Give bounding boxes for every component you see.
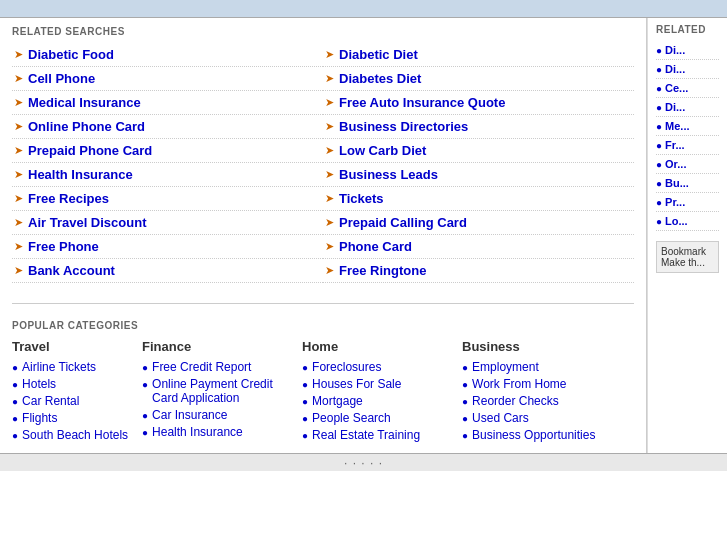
list-item: ●Employment: [462, 360, 622, 374]
search-link[interactable]: Health Insurance: [28, 167, 133, 182]
search-link[interactable]: Air Travel Discount: [28, 215, 146, 230]
right-column: ➤Diabetic Diet➤Diabetes Diet➤Free Auto I…: [323, 43, 634, 283]
bullet-icon: ●: [12, 430, 18, 441]
search-link[interactable]: Phone Card: [339, 239, 412, 254]
bullet-icon: ●: [142, 379, 148, 390]
search-link[interactable]: Business Directories: [339, 119, 468, 134]
sidebar-link[interactable]: Di...: [665, 63, 685, 75]
category-column: Finance●Free Credit Report●Online Paymen…: [142, 339, 302, 445]
category-link[interactable]: People Search: [312, 411, 391, 425]
category-link[interactable]: Online Payment Credit Card Application: [152, 377, 302, 405]
search-link[interactable]: Diabetic Food: [28, 47, 114, 62]
search-link[interactable]: Bank Account: [28, 263, 115, 278]
category-link[interactable]: Flights: [22, 411, 57, 425]
sidebar-link[interactable]: Ce...: [665, 82, 688, 94]
categories-grid: Travel●Airline Tickets●Hotels●Car Rental…: [12, 339, 634, 445]
search-link[interactable]: Free Recipes: [28, 191, 109, 206]
sidebar-dot: ●: [656, 45, 662, 56]
sidebar-link[interactable]: Or...: [665, 158, 686, 170]
bookmark-box[interactable]: Bookmark Make th...: [656, 241, 719, 273]
category-heading: Business: [462, 339, 622, 354]
category-link[interactable]: Mortgage: [312, 394, 363, 408]
sidebar-search-item: ●Bu...: [656, 174, 719, 193]
sidebar-search-item: ●Di...: [656, 41, 719, 60]
search-link[interactable]: Low Carb Diet: [339, 143, 426, 158]
search-item: ➤Diabetic Food: [12, 43, 323, 67]
category-heading: Travel: [12, 339, 142, 354]
category-link[interactable]: Reorder Checks: [472, 394, 559, 408]
search-item: ➤Bank Account: [12, 259, 323, 283]
sidebar-link[interactable]: Me...: [665, 120, 689, 132]
category-link[interactable]: Hotels: [22, 377, 56, 391]
list-item: ●Mortgage: [302, 394, 462, 408]
search-link[interactable]: Medical Insurance: [28, 95, 141, 110]
category-link[interactable]: South Beach Hotels: [22, 428, 128, 442]
search-link[interactable]: Free Auto Insurance Quote: [339, 95, 505, 110]
search-item: ➤Free Recipes: [12, 187, 323, 211]
arrow-icon: ➤: [14, 96, 23, 109]
category-column: Travel●Airline Tickets●Hotels●Car Rental…: [12, 339, 142, 445]
search-item: ➤Free Ringtone: [323, 259, 634, 283]
bullet-icon: ●: [462, 430, 468, 441]
sidebar-link[interactable]: Pr...: [665, 196, 685, 208]
bullet-icon: ●: [462, 396, 468, 407]
sidebar-link[interactable]: Di...: [665, 44, 685, 56]
category-link[interactable]: Business Opportunities: [472, 428, 595, 442]
category-column: Home●Foreclosures●Houses For Sale●Mortga…: [302, 339, 462, 445]
search-link[interactable]: Prepaid Calling Card: [339, 215, 467, 230]
search-link[interactable]: Diabetic Diet: [339, 47, 418, 62]
search-link[interactable]: Free Phone: [28, 239, 99, 254]
center-content: RELATED SEARCHES ➤Diabetic Food➤Cell Pho…: [0, 18, 647, 453]
category-link[interactable]: Employment: [472, 360, 539, 374]
arrow-icon: ➤: [14, 48, 23, 61]
bullet-icon: ●: [12, 362, 18, 373]
category-link[interactable]: Foreclosures: [312, 360, 381, 374]
sidebar-search-item: ●Lo...: [656, 212, 719, 231]
section-divider: [12, 303, 634, 304]
sidebar-link[interactable]: Lo...: [665, 215, 688, 227]
search-link[interactable]: Online Phone Card: [28, 119, 145, 134]
left-column: ➤Diabetic Food➤Cell Phone➤Medical Insura…: [12, 43, 323, 283]
bullet-icon: ●: [12, 396, 18, 407]
bullet-icon: ●: [302, 379, 308, 390]
search-item: ➤Medical Insurance: [12, 91, 323, 115]
sidebar-link[interactable]: Fr...: [665, 139, 685, 151]
top-bar: [0, 0, 727, 18]
list-item: ●Hotels: [12, 377, 142, 391]
sidebar-dot: ●: [656, 102, 662, 113]
search-link[interactable]: Prepaid Phone Card: [28, 143, 152, 158]
search-link[interactable]: Business Leads: [339, 167, 438, 182]
arrow-icon: ➤: [14, 168, 23, 181]
category-link[interactable]: Work From Home: [472, 377, 566, 391]
category-link[interactable]: Car Insurance: [152, 408, 227, 422]
category-link[interactable]: Car Rental: [22, 394, 79, 408]
category-link[interactable]: Houses For Sale: [312, 377, 401, 391]
sidebar-dot: ●: [656, 121, 662, 132]
right-sidebar: RELATED ●Di...●Di...●Ce...●Di...●Me...●F…: [647, 18, 727, 453]
sidebar-link[interactable]: Bu...: [665, 177, 689, 189]
search-link[interactable]: Diabetes Diet: [339, 71, 421, 86]
arrow-icon: ➤: [325, 144, 334, 157]
bullet-icon: ●: [12, 379, 18, 390]
list-item: ●Health Insurance: [142, 425, 302, 439]
search-link[interactable]: Cell Phone: [28, 71, 95, 86]
search-item: ➤Cell Phone: [12, 67, 323, 91]
bullet-icon: ●: [462, 362, 468, 373]
category-link[interactable]: Real Estate Training: [312, 428, 420, 442]
category-link[interactable]: Airline Tickets: [22, 360, 96, 374]
category-link[interactable]: Free Credit Report: [152, 360, 251, 374]
bullet-icon: ●: [142, 410, 148, 421]
search-link[interactable]: Tickets: [339, 191, 384, 206]
category-link[interactable]: Health Insurance: [152, 425, 243, 439]
sidebar-dot: ●: [656, 140, 662, 151]
list-item: ●Business Opportunities: [462, 428, 622, 442]
category-link[interactable]: Used Cars: [472, 411, 529, 425]
search-item: ➤Free Phone: [12, 235, 323, 259]
search-link[interactable]: Free Ringtone: [339, 263, 426, 278]
bullet-icon: ●: [462, 379, 468, 390]
arrow-icon: ➤: [325, 240, 334, 253]
sidebar-dot: ●: [656, 216, 662, 227]
arrow-icon: ➤: [325, 216, 334, 229]
sidebar-items: ●Di...●Di...●Ce...●Di...●Me...●Fr...●Or.…: [656, 41, 719, 231]
sidebar-link[interactable]: Di...: [665, 101, 685, 113]
